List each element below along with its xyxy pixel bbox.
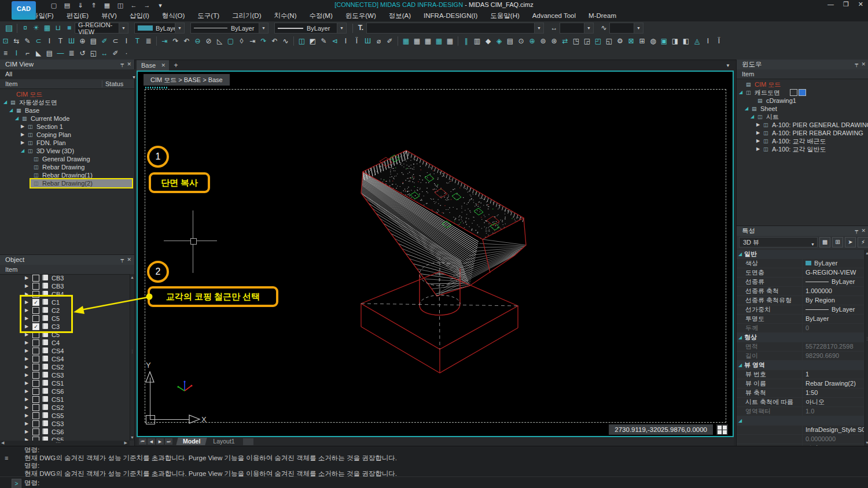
layers-icon[interactable]: ▤	[3, 23, 14, 33]
cad-tool-icon[interactable]: ◱	[88, 49, 99, 58]
object-row[interactable]: ▶CS5	[0, 412, 130, 420]
menu-6[interactable]: 도구(T)	[191, 10, 226, 21]
property-value[interactable]: ByLayer	[802, 305, 864, 314]
cim-tree-item[interactable]: ◫Rebar Drawing	[0, 163, 134, 171]
layer-color-icon[interactable]: ■	[64, 23, 75, 33]
object-row[interactable]: ▶C4	[0, 339, 130, 347]
collapse-arrow-icon[interactable]: ◢	[739, 88, 742, 97]
scroll-handle[interactable]: ⋮	[865, 337, 868, 341]
cad-tool-icon[interactable]: ▤	[44, 49, 55, 58]
cad-tool-icon[interactable]: ◰	[593, 36, 604, 46]
cad-tool-icon[interactable]: ⊲	[329, 36, 340, 46]
object-row[interactable]: ▶✓C3	[0, 323, 130, 331]
object-row[interactable]: ▶CS4	[0, 347, 130, 355]
chevron-down-icon[interactable]: ▼	[811, 240, 815, 249]
quick-select-icon[interactable]: ▩	[819, 237, 830, 247]
property-value[interactable]: 1	[802, 370, 864, 379]
selection-type-combo[interactable]: 3D 뷰▼	[739, 237, 818, 247]
pin-icon[interactable]: ┯	[121, 60, 124, 69]
unlock-icon[interactable]: ⊔	[53, 23, 64, 33]
object-checkbox[interactable]	[32, 364, 39, 371]
dim-style-icon[interactable]: ↔	[549, 23, 560, 33]
first-tab-button[interactable]: ⏮	[139, 438, 146, 445]
select-objects-icon[interactable]: ⊞	[832, 237, 843, 247]
property-value[interactable]: 0	[802, 324, 864, 332]
cad-tool-icon[interactable]: ▤	[505, 36, 516, 46]
cad-tool-icon[interactable]: Ш	[66, 36, 77, 46]
cad-tool-icon[interactable]: ◱	[604, 36, 615, 46]
cim-tree-item[interactable]: ◫General Drawing	[0, 155, 134, 163]
cad-tool-icon[interactable]: ◣	[33, 49, 44, 58]
collapse-arrow-icon[interactable]: ◢	[9, 106, 13, 114]
color-combo[interactable]: ByLayer▼	[134, 23, 185, 34]
cad-tool-icon[interactable]: ↷	[170, 36, 181, 46]
expand-arrow-icon[interactable]: ▶	[756, 121, 760, 129]
cad-tool-icon[interactable]: ⊕	[77, 36, 88, 46]
section-collapse-icon[interactable]: ◢	[738, 361, 742, 369]
cad-tool-icon[interactable]: ◳	[571, 36, 582, 46]
cad-tool-icon[interactable]: Ι	[11, 49, 22, 58]
expand-arrow-icon[interactable]: ▶	[756, 137, 760, 145]
window-tree-item[interactable]: ▶◫A-100: 교각 일반도	[737, 145, 868, 153]
cim-tree-item[interactable]: ◢▤자동생성도면	[0, 98, 134, 106]
cad-tool-icon[interactable]: ◧	[681, 36, 692, 46]
cad-tool-icon[interactable]: ◬	[692, 36, 703, 46]
minimize-button[interactable]: —	[827, 1, 834, 8]
cad-tool-icon[interactable]: Ϊ	[713, 36, 724, 46]
cad-logo[interactable]: CAD	[12, 1, 36, 20]
section-collapse-icon[interactable]: ◢	[738, 333, 742, 342]
mleader-style-combo[interactable]: ▼	[609, 23, 643, 34]
property-row[interactable]: 뷰 이름Rebar Drawing(2)	[737, 379, 864, 389]
object-row[interactable]: ▶✓C1	[0, 298, 130, 306]
cad-tool-icon[interactable]: ✐	[110, 49, 121, 58]
expand-arrow-icon[interactable]: ▶	[25, 282, 28, 290]
cad-tool-icon[interactable]: ·	[121, 49, 132, 58]
cad-tool-icon[interactable]: ◺	[214, 36, 225, 46]
drawing-canvas[interactable]: CIM 모드 > BASE > Base Y X 2730.9119,-3202…	[137, 71, 734, 437]
cad-tool-icon[interactable]: ⇄	[560, 36, 571, 46]
viewport-single-icon[interactable]	[790, 89, 797, 96]
property-row[interactable]: 면적557228170.2598	[737, 342, 864, 352]
cad-tool-icon[interactable]: ≣	[143, 36, 154, 46]
expand-arrow-icon[interactable]: ▶	[25, 412, 28, 420]
collapse-arrow-icon[interactable]: ◢	[3, 98, 7, 106]
cad-tool-icon[interactable]: ↔	[99, 49, 110, 58]
cim-tree-item-selected[interactable]: ◫Rebar Drawing(2)	[0, 179, 134, 187]
object-checkbox[interactable]	[32, 404, 39, 411]
cad-tool-icon[interactable]: Τ	[55, 36, 66, 46]
freeze-icon[interactable]: ▦	[42, 23, 53, 33]
sun-icon[interactable]: ☀	[31, 23, 42, 33]
cad-tool-icon[interactable]: ▦	[400, 36, 411, 46]
cad-tool-icon[interactable]: ⌀	[373, 36, 384, 46]
collapse-arrow-icon[interactable]: ◢	[745, 105, 748, 113]
chevron-down-icon[interactable]: ▼	[534, 23, 543, 33]
cad-tool-icon[interactable]: ◫	[296, 36, 307, 46]
object-checkbox[interactable]	[32, 428, 39, 435]
scroll-up-icon[interactable]: ▲	[865, 251, 868, 255]
property-value[interactable]: Rebar Drawing(2)	[802, 379, 864, 388]
cad-tool-icon[interactable]: Ш	[362, 36, 373, 46]
scroll-handle[interactable]: ⋯	[56, 439, 61, 445]
object-checkbox[interactable]	[32, 380, 39, 387]
cad-tool-icon[interactable]: ▥	[472, 36, 483, 46]
object-checkbox[interactable]	[32, 275, 39, 282]
close-icon[interactable]: ✕	[861, 226, 866, 236]
menu-14[interactable]: Advanced Tool	[526, 10, 582, 21]
collapse-arrow-icon[interactable]: ◢	[15, 114, 19, 123]
object-row[interactable]: ▶CS6	[0, 428, 130, 436]
cad-tool-icon[interactable]: ⇥	[247, 36, 258, 46]
menu-11[interactable]: 정보(A)	[382, 10, 417, 21]
cim-tree-item[interactable]: ▶◫Section 1	[0, 123, 134, 131]
cad-tool-icon[interactable]: ◨	[670, 36, 681, 46]
scroll-handle[interactable]: ⋮	[130, 349, 134, 354]
expand-arrow-icon[interactable]: ▶	[25, 428, 28, 436]
cad-tool-icon[interactable]: ∿	[280, 36, 291, 46]
expand-arrow-icon[interactable]: ▶	[21, 123, 24, 131]
property-row[interactable]: 영역팩터1.0	[737, 407, 864, 416]
scroll-up-icon[interactable]: ▲	[130, 275, 134, 279]
menu-12[interactable]: INFRA-DESIGN(I)	[417, 10, 484, 21]
expand-arrow-icon[interactable]: ▶	[25, 274, 28, 282]
cad-tool-icon[interactable]: ⊖	[192, 36, 203, 46]
menu-10[interactable]: 윈도우(W)	[339, 10, 382, 21]
expand-arrow-icon[interactable]: ▶	[25, 306, 28, 315]
